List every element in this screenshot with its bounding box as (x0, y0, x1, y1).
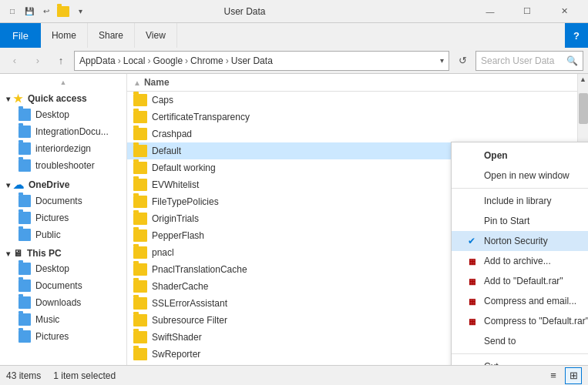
file-name: Crashpad (152, 129, 192, 139)
file-name: ShaderCache (152, 281, 208, 292)
sidebar-item-desktop-qa[interactable]: Desktop (0, 106, 126, 123)
file-item-caps[interactable]: Caps (127, 92, 577, 109)
file-name: Default working (152, 162, 216, 173)
dropdown-crumb-icon[interactable]: ▾ (440, 56, 444, 65)
ctx-pin-start[interactable]: Pin to Start (452, 211, 588, 231)
back-button[interactable]: ‹ (5, 51, 25, 71)
sidebar-item-public-od[interactable]: Public (0, 226, 126, 243)
forward-button[interactable]: › (28, 51, 48, 71)
file-name: SwReporter (152, 349, 200, 360)
refresh-button[interactable]: ↺ (452, 51, 472, 71)
sidebar-item-documents-od[interactable]: Documents (0, 192, 126, 209)
sidebar-item-label: Documents (35, 196, 82, 206)
file-name: Caps (152, 95, 173, 105)
folder-icon (133, 348, 147, 360)
crumb-appdata[interactable]: AppData (79, 55, 116, 66)
crumb-google[interactable]: Google (153, 55, 183, 66)
ctx-add-archive[interactable]: ▦ Add to archive... (452, 251, 588, 271)
sidebar-item-label: Pictures (35, 331, 69, 342)
folder-icon (133, 179, 147, 191)
ctx-compress-email[interactable]: ▦ Compress and email... (452, 291, 588, 311)
file-name: SSLErrorAssistant (152, 298, 227, 309)
ribbon-tabs: Home Share View (41, 23, 565, 48)
ctx-rar3-icon: ▦ (464, 295, 479, 307)
quick-access-star-icon: ★ (13, 92, 23, 105)
onedrive-header[interactable]: ▾ ☁ OneDrive (0, 177, 126, 192)
folder-blue-icon (18, 330, 31, 343)
close-button[interactable]: ✕ (546, 0, 582, 23)
ribbon-view-tab[interactable]: View (135, 23, 177, 48)
ctx-add-default-rar[interactable]: ▦ Add to "Default.rar" (452, 271, 588, 291)
sidebar-scroll-up[interactable]: ▲ (60, 79, 67, 86)
up-button[interactable]: ↑ (51, 51, 71, 71)
sort-arrow-up: ▲ (133, 79, 141, 87)
sidebar-item-integrationdocu[interactable]: IntegrationDocu... (0, 123, 126, 140)
maximize-button[interactable]: ☐ (509, 0, 545, 23)
ctx-include-library[interactable]: Include in library › (452, 191, 588, 211)
ctx-compress-default-rar[interactable]: ▦ Compress to "Default.rar" and email (452, 311, 588, 331)
ctx-open-label: Open (484, 150, 508, 161)
folder-icon (133, 213, 147, 225)
sidebar-item-label: Music (35, 314, 59, 325)
folder-blue-icon (18, 313, 31, 326)
ctx-cut-label: Cut (484, 361, 499, 365)
ribbon-home-tab[interactable]: Home (41, 23, 88, 48)
sidebar-item-interiordezign[interactable]: interiordezign (0, 140, 126, 157)
minimize-button[interactable]: — (472, 0, 508, 23)
crumb-userdata[interactable]: User Data (231, 55, 273, 66)
ctx-compress-email-label: Compress and email... (484, 296, 576, 306)
quick-access-header[interactable]: ▾ ★ Quick access (0, 91, 126, 106)
file-name: OriginTrials (152, 213, 199, 224)
ctx-open-new-window-icon (464, 169, 479, 182)
folder-icon (133, 145, 147, 157)
large-icons-view-button[interactable]: ⊞ (565, 367, 582, 384)
sidebar-section-onedrive: ▾ ☁ OneDrive Documents Pictures Public (0, 177, 126, 243)
ctx-add-archive-label: Add to archive... (484, 256, 551, 266)
thispc-header[interactable]: ▾ 🖥 This PC (0, 246, 126, 260)
file-item-crashpad[interactable]: Crashpad (127, 126, 577, 142)
ctx-cut[interactable]: Cut (452, 357, 588, 365)
ctx-norton-label: Norton Security (484, 236, 548, 246)
thispc-chevron: ▾ (6, 249, 10, 258)
folder-icon (133, 128, 147, 140)
sidebar-item-music-pc[interactable]: Music (0, 311, 126, 328)
sidebar-item-documents-pc[interactable]: Documents (0, 277, 126, 294)
file-name: FileTypePolicies (152, 196, 219, 207)
sidebar-item-pictures-od[interactable]: Pictures (0, 209, 126, 226)
ctx-add-default-rar-label: Add to "Default.rar" (484, 276, 563, 286)
file-name: Default (152, 146, 181, 156)
crumb-local[interactable]: Local (123, 55, 146, 66)
column-name[interactable]: Name (144, 77, 170, 88)
scroll-up-arrow[interactable]: ▲ (578, 74, 589, 85)
ribbon-share-tab[interactable]: Share (88, 23, 135, 48)
details-view-button[interactable]: ≡ (545, 367, 562, 384)
item-count: 43 items (6, 370, 41, 381)
ctx-open-new-window[interactable]: Open in new window (452, 166, 588, 186)
file-name: PepperFlash (152, 230, 204, 241)
address-bar: ‹ › ↑ AppData › Local › Google › Chrome … (0, 48, 588, 74)
sidebar-item-label: troubleshooter (35, 160, 95, 171)
ribbon-file-tab[interactable]: File (0, 23, 41, 48)
sidebar-item-label: Downloads (35, 297, 81, 308)
file-name: PnaclTranslationCache (152, 264, 247, 275)
sidebar-item-label: Desktop (35, 263, 69, 274)
file-name: SwiftShader (152, 332, 202, 343)
crumb-chrome[interactable]: Chrome (190, 55, 223, 66)
ribbon: File Home Share View ? (0, 23, 588, 48)
search-box[interactable]: Search User Data 🔍 (475, 51, 583, 71)
ctx-send-to[interactable]: Send to › (452, 331, 588, 351)
scroll-thumb[interactable] (579, 93, 588, 124)
folder-blue-icon (18, 212, 31, 224)
ctx-open[interactable]: Open (452, 146, 588, 166)
sidebar-item-troubleshooter[interactable]: troubleshooter (0, 157, 126, 174)
sidebar-item-pictures-pc[interactable]: Pictures (0, 328, 126, 345)
folder-icon (133, 229, 147, 242)
ctx-rar2-icon: ▦ (464, 275, 479, 287)
sidebar-item-desktop-pc[interactable]: Desktop (0, 260, 126, 277)
help-button[interactable]: ? (565, 23, 588, 48)
ctx-rar4-icon: ▦ (464, 315, 479, 327)
sidebar-item-downloads-pc[interactable]: Downloads (0, 294, 126, 311)
ctx-norton[interactable]: ✔ Norton Security › (452, 231, 588, 251)
address-box[interactable]: AppData › Local › Google › Chrome › User… (74, 51, 449, 71)
file-item-cert[interactable]: CertificateTransparency (127, 109, 577, 126)
